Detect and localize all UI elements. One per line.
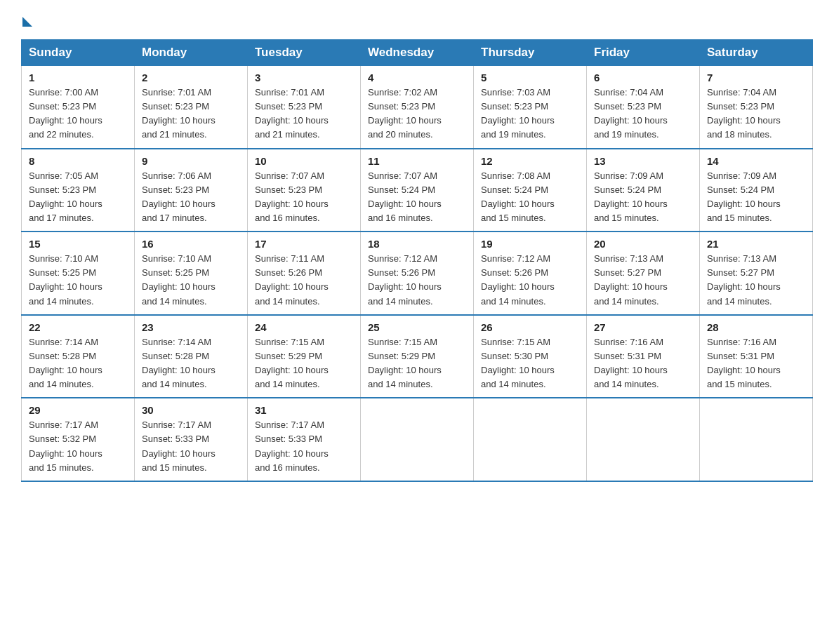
column-header-saturday: Saturday	[700, 40, 813, 66]
column-header-monday: Monday	[135, 40, 248, 66]
day-number: 17	[255, 238, 353, 250]
calendar-cell	[700, 398, 813, 481]
day-number: 19	[481, 238, 579, 250]
calendar-cell: 23 Sunrise: 7:14 AM Sunset: 5:28 PM Dayl…	[135, 315, 248, 398]
day-info: Sunrise: 7:01 AM Sunset: 5:23 PM Dayligh…	[255, 86, 353, 142]
day-info: Sunrise: 7:15 AM Sunset: 5:29 PM Dayligh…	[255, 335, 353, 392]
day-number: 11	[368, 155, 466, 167]
day-info: Sunrise: 7:14 AM Sunset: 5:28 PM Dayligh…	[29, 335, 127, 392]
page-header	[21, 14, 813, 27]
day-number: 10	[255, 155, 353, 167]
day-info: Sunrise: 7:16 AM Sunset: 5:31 PM Dayligh…	[707, 335, 805, 392]
calendar-table: SundayMondayTuesdayWednesdayThursdayFrid…	[21, 39, 813, 482]
day-number: 2	[142, 72, 240, 83]
day-info: Sunrise: 7:07 AM Sunset: 5:24 PM Dayligh…	[368, 169, 466, 226]
day-number: 13	[594, 155, 692, 167]
calendar-cell	[587, 398, 700, 481]
day-info: Sunrise: 7:02 AM Sunset: 5:23 PM Dayligh…	[368, 86, 466, 142]
calendar-cell: 12 Sunrise: 7:08 AM Sunset: 5:24 PM Dayl…	[474, 149, 587, 232]
day-info: Sunrise: 7:10 AM Sunset: 5:25 PM Dayligh…	[29, 252, 127, 309]
calendar-week-row: 1 Sunrise: 7:00 AM Sunset: 5:23 PM Dayli…	[22, 66, 813, 149]
calendar-cell: 25 Sunrise: 7:15 AM Sunset: 5:29 PM Dayl…	[361, 315, 474, 398]
day-info: Sunrise: 7:11 AM Sunset: 5:26 PM Dayligh…	[255, 252, 353, 309]
column-header-sunday: Sunday	[22, 40, 135, 66]
day-number: 5	[481, 72, 579, 83]
calendar-cell: 28 Sunrise: 7:16 AM Sunset: 5:31 PM Dayl…	[700, 315, 813, 398]
day-number: 1	[29, 72, 127, 83]
calendar-cell: 29 Sunrise: 7:17 AM Sunset: 5:32 PM Dayl…	[22, 398, 135, 481]
day-number: 27	[594, 321, 692, 333]
calendar-cell: 8 Sunrise: 7:05 AM Sunset: 5:23 PM Dayli…	[22, 149, 135, 232]
calendar-cell: 22 Sunrise: 7:14 AM Sunset: 5:28 PM Dayl…	[22, 315, 135, 398]
day-info: Sunrise: 7:09 AM Sunset: 5:24 PM Dayligh…	[594, 169, 692, 226]
day-number: 18	[368, 238, 466, 250]
day-info: Sunrise: 7:07 AM Sunset: 5:23 PM Dayligh…	[255, 169, 353, 226]
day-info: Sunrise: 7:08 AM Sunset: 5:24 PM Dayligh…	[481, 169, 579, 226]
day-info: Sunrise: 7:00 AM Sunset: 5:23 PM Dayligh…	[29, 86, 127, 142]
calendar-cell: 3 Sunrise: 7:01 AM Sunset: 5:23 PM Dayli…	[248, 66, 361, 149]
day-info: Sunrise: 7:06 AM Sunset: 5:23 PM Dayligh…	[142, 169, 240, 226]
day-number: 8	[29, 155, 127, 167]
calendar-week-row: 15 Sunrise: 7:10 AM Sunset: 5:25 PM Dayl…	[22, 232, 813, 315]
day-info: Sunrise: 7:16 AM Sunset: 5:31 PM Dayligh…	[594, 335, 692, 392]
day-number: 20	[594, 238, 692, 250]
calendar-cell: 10 Sunrise: 7:07 AM Sunset: 5:23 PM Dayl…	[248, 149, 361, 232]
day-info: Sunrise: 7:13 AM Sunset: 5:27 PM Dayligh…	[594, 252, 692, 309]
calendar-cell: 2 Sunrise: 7:01 AM Sunset: 5:23 PM Dayli…	[135, 66, 248, 149]
day-info: Sunrise: 7:15 AM Sunset: 5:29 PM Dayligh…	[368, 335, 466, 392]
day-info: Sunrise: 7:17 AM Sunset: 5:32 PM Dayligh…	[29, 418, 127, 475]
day-number: 9	[142, 155, 240, 167]
day-info: Sunrise: 7:17 AM Sunset: 5:33 PM Dayligh…	[255, 418, 353, 475]
day-info: Sunrise: 7:01 AM Sunset: 5:23 PM Dayligh…	[142, 86, 240, 142]
day-info: Sunrise: 7:04 AM Sunset: 5:23 PM Dayligh…	[707, 86, 805, 142]
day-number: 22	[29, 321, 127, 333]
calendar-cell: 17 Sunrise: 7:11 AM Sunset: 5:26 PM Dayl…	[248, 232, 361, 315]
calendar-header-row: SundayMondayTuesdayWednesdayThursdayFrid…	[22, 40, 813, 66]
day-info: Sunrise: 7:13 AM Sunset: 5:27 PM Dayligh…	[707, 252, 805, 309]
calendar-week-row: 22 Sunrise: 7:14 AM Sunset: 5:28 PM Dayl…	[22, 315, 813, 398]
day-info: Sunrise: 7:05 AM Sunset: 5:23 PM Dayligh…	[29, 169, 127, 226]
calendar-cell: 16 Sunrise: 7:10 AM Sunset: 5:25 PM Dayl…	[135, 232, 248, 315]
day-info: Sunrise: 7:04 AM Sunset: 5:23 PM Dayligh…	[594, 86, 692, 142]
calendar-cell: 7 Sunrise: 7:04 AM Sunset: 5:23 PM Dayli…	[700, 66, 813, 149]
calendar-cell: 11 Sunrise: 7:07 AM Sunset: 5:24 PM Dayl…	[361, 149, 474, 232]
calendar-cell: 26 Sunrise: 7:15 AM Sunset: 5:30 PM Dayl…	[474, 315, 587, 398]
day-number: 16	[142, 238, 240, 250]
day-info: Sunrise: 7:17 AM Sunset: 5:33 PM Dayligh…	[142, 418, 240, 475]
day-number: 4	[368, 72, 466, 83]
day-number: 29	[29, 404, 127, 416]
calendar-cell: 20 Sunrise: 7:13 AM Sunset: 5:27 PM Dayl…	[587, 232, 700, 315]
day-number: 15	[29, 238, 127, 250]
day-info: Sunrise: 7:09 AM Sunset: 5:24 PM Dayligh…	[707, 169, 805, 226]
calendar-cell	[361, 398, 474, 481]
day-info: Sunrise: 7:10 AM Sunset: 5:25 PM Dayligh…	[142, 252, 240, 309]
calendar-cell: 19 Sunrise: 7:12 AM Sunset: 5:26 PM Dayl…	[474, 232, 587, 315]
day-info: Sunrise: 7:14 AM Sunset: 5:28 PM Dayligh…	[142, 335, 240, 392]
day-number: 6	[594, 72, 692, 83]
calendar-cell: 5 Sunrise: 7:03 AM Sunset: 5:23 PM Dayli…	[474, 66, 587, 149]
calendar-cell: 24 Sunrise: 7:15 AM Sunset: 5:29 PM Dayl…	[248, 315, 361, 398]
column-header-tuesday: Tuesday	[248, 40, 361, 66]
day-number: 3	[255, 72, 353, 83]
day-info: Sunrise: 7:03 AM Sunset: 5:23 PM Dayligh…	[481, 86, 579, 142]
day-info: Sunrise: 7:12 AM Sunset: 5:26 PM Dayligh…	[368, 252, 466, 309]
day-number: 21	[707, 238, 805, 250]
day-number: 23	[142, 321, 240, 333]
calendar-cell: 21 Sunrise: 7:13 AM Sunset: 5:27 PM Dayl…	[700, 232, 813, 315]
calendar-cell	[474, 398, 587, 481]
logo-arrow-icon	[22, 17, 32, 27]
day-number: 31	[255, 404, 353, 416]
day-info: Sunrise: 7:12 AM Sunset: 5:26 PM Dayligh…	[481, 252, 579, 309]
calendar-cell: 9 Sunrise: 7:06 AM Sunset: 5:23 PM Dayli…	[135, 149, 248, 232]
day-number: 14	[707, 155, 805, 167]
day-number: 12	[481, 155, 579, 167]
calendar-week-row: 29 Sunrise: 7:17 AM Sunset: 5:32 PM Dayl…	[22, 398, 813, 481]
logo	[21, 14, 32, 27]
day-number: 26	[481, 321, 579, 333]
calendar-cell: 30 Sunrise: 7:17 AM Sunset: 5:33 PM Dayl…	[135, 398, 248, 481]
day-number: 30	[142, 404, 240, 416]
calendar-cell: 1 Sunrise: 7:00 AM Sunset: 5:23 PM Dayli…	[22, 66, 135, 149]
day-number: 25	[368, 321, 466, 333]
calendar-cell: 27 Sunrise: 7:16 AM Sunset: 5:31 PM Dayl…	[587, 315, 700, 398]
calendar-cell: 6 Sunrise: 7:04 AM Sunset: 5:23 PM Dayli…	[587, 66, 700, 149]
